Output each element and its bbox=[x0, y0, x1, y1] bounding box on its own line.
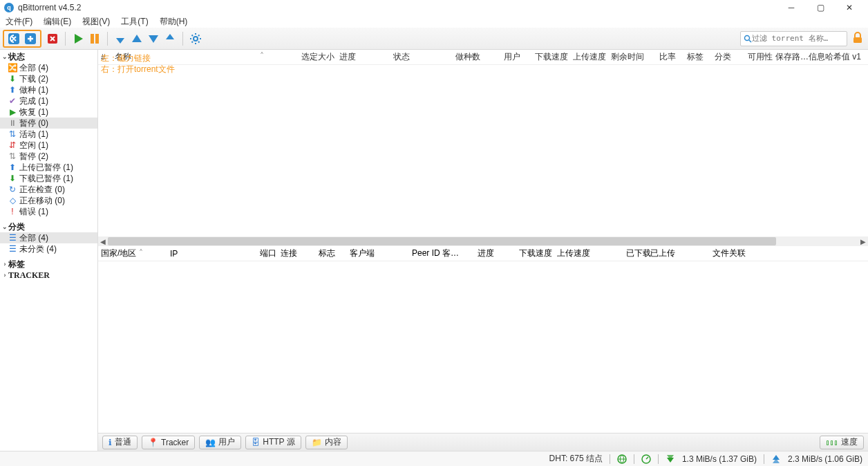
peer-list-area[interactable] bbox=[98, 261, 868, 433]
torrent-table-header[interactable]: #名称 ˄选定大小进度状态做种数用户下载速度上传速度剩余时间比率标签分类可用性保… bbox=[98, 50, 868, 65]
peer-column-header[interactable]: 已下载 bbox=[623, 248, 648, 259]
torrent-column-header[interactable]: 下载速度 bbox=[532, 51, 570, 63]
sidebar-category-item[interactable]: ☰未分类 (4) bbox=[0, 243, 97, 254]
torrent-column-header[interactable]: 用户 bbox=[501, 51, 532, 63]
torrent-column-header[interactable]: 分类 bbox=[712, 51, 745, 63]
peer-column-header[interactable]: 连接 bbox=[278, 248, 316, 259]
sidebar-status-item[interactable]: ⬆上传已暂停 (1) bbox=[0, 162, 97, 173]
sidebar-status-item[interactable]: ⬇下载已暂停 (1) bbox=[0, 173, 97, 184]
move-bottom-button[interactable] bbox=[162, 31, 178, 46]
move-top-button[interactable] bbox=[113, 31, 128, 46]
peer-column-header[interactable]: 端口 bbox=[257, 248, 278, 259]
resume-button[interactable] bbox=[70, 31, 86, 46]
add-magnet-link-button[interactable] bbox=[6, 31, 21, 46]
status-filter-icon: ⬆ bbox=[7, 162, 18, 172]
filter-searchbox[interactable] bbox=[740, 31, 847, 46]
torrent-hscrollbar[interactable]: ◀ ▶ bbox=[98, 236, 868, 246]
sidebar-status-item[interactable]: !错误 (1) bbox=[0, 206, 97, 217]
minimize-button[interactable]: ─ bbox=[777, 0, 806, 15]
upload-speed-text[interactable]: 2.3 MiB/s (1.06 GiB) bbox=[788, 454, 862, 464]
open-torrent-file-button[interactable] bbox=[23, 31, 38, 46]
sidebar-category-item[interactable]: ☰全部 (4) bbox=[0, 232, 97, 243]
detail-tab[interactable]: 📁内容 bbox=[305, 436, 348, 449]
sidebar-section-category[interactable]: ⌄分类 bbox=[0, 221, 97, 232]
torrent-column-header[interactable]: 进度 bbox=[337, 51, 390, 63]
menu-help[interactable]: 帮助(H) bbox=[157, 16, 191, 28]
sidebar-item-label: 未分类 (4) bbox=[19, 243, 57, 255]
download-speed-text[interactable]: 1.3 MiB/s (1.37 GiB) bbox=[682, 454, 757, 464]
torrent-column-header[interactable]: 状态 bbox=[390, 51, 453, 63]
torrent-column-header[interactable]: 上传速度 bbox=[570, 51, 608, 63]
tab-label: 普通 bbox=[115, 436, 131, 448]
menu-view[interactable]: 视图(V) bbox=[79, 16, 113, 28]
move-down-button[interactable] bbox=[146, 31, 161, 46]
close-button[interactable]: ✕ bbox=[835, 0, 864, 15]
menu-edit[interactable]: 编辑(E) bbox=[41, 16, 74, 28]
sidebar-status-item[interactable]: ▶恢复 (1) bbox=[0, 106, 97, 118]
peer-column-header[interactable]: 下载速度 bbox=[516, 248, 554, 259]
torrent-column-header[interactable]: 剩余时间 bbox=[608, 51, 657, 63]
speed-chart-icon: ⫾⫾⫾ bbox=[826, 438, 838, 447]
torrent-column-header[interactable]: 信息哈希值 v1 bbox=[806, 51, 861, 63]
torrent-column-header[interactable]: 选定大小 bbox=[299, 51, 337, 63]
peer-column-header[interactable]: 国家/地区 ˄ bbox=[98, 248, 167, 259]
peer-column-header[interactable]: 上传速度 bbox=[554, 248, 623, 259]
scroll-right-icon[interactable]: ▶ bbox=[858, 238, 868, 245]
menu-tools[interactable]: 工具(T) bbox=[118, 16, 151, 28]
detail-tab[interactable]: ℹ普通 bbox=[102, 436, 138, 449]
torrent-column-header[interactable]: 名称 ˄ bbox=[112, 51, 299, 63]
move-up-button[interactable] bbox=[129, 31, 144, 46]
sidebar-section-tracker[interactable]: ›TRACKER bbox=[0, 270, 97, 281]
settings-button[interactable] bbox=[188, 31, 203, 46]
sidebar-status-item[interactable]: ✔完成 (1) bbox=[0, 95, 97, 106]
peer-column-header[interactable]: 已上传 bbox=[648, 248, 710, 259]
detail-tab[interactable]: 📍Tracker bbox=[142, 436, 195, 449]
detail-tab[interactable]: 👥用户 bbox=[199, 436, 241, 449]
list-icon: ☰ bbox=[7, 233, 18, 243]
sidebar-item-label: 恢复 (1) bbox=[19, 106, 48, 118]
maximize-button[interactable]: ▢ bbox=[806, 0, 835, 15]
alt-speed-icon[interactable] bbox=[641, 454, 651, 464]
torrent-column-header[interactable]: 比率 bbox=[657, 51, 684, 63]
sidebar-status-item[interactable]: ⇅暂停 (2) bbox=[0, 151, 97, 162]
scroll-left-icon[interactable]: ◀ bbox=[98, 238, 108, 245]
titlebar: q qBittorrent v4.5.2 ─ ▢ ✕ bbox=[0, 0, 868, 15]
torrent-column-header[interactable]: 做种数 bbox=[453, 51, 501, 63]
torrent-column-header[interactable]: 标签 bbox=[684, 51, 712, 63]
peer-table-header[interactable]: 国家/地区 ˄IP端口连接标志客户端Peer ID 客…进度下载速度上传速度已下… bbox=[98, 246, 868, 261]
sidebar-status-item[interactable]: 🔀全部 (4) bbox=[0, 62, 97, 73]
sidebar-status-item[interactable]: ⬆做种 (1) bbox=[0, 84, 97, 95]
filter-input[interactable] bbox=[752, 34, 853, 43]
peer-column-header[interactable]: 客户端 bbox=[347, 248, 409, 259]
speed-tab[interactable]: ⫾⫾⫾ 速度 bbox=[820, 436, 864, 449]
peer-column-header[interactable]: 标志 bbox=[316, 248, 347, 259]
torrent-list-area[interactable] bbox=[98, 65, 868, 236]
detail-tab[interactable]: 🗄HTTP 源 bbox=[245, 436, 301, 449]
scroll-track[interactable] bbox=[108, 236, 858, 246]
status-filter-icon: ◇ bbox=[7, 196, 18, 205]
peer-column-header[interactable]: IP bbox=[167, 249, 257, 259]
peer-column-header[interactable]: 文件关联 bbox=[710, 248, 758, 259]
sidebar-section-tags[interactable]: ›标签 bbox=[0, 259, 97, 270]
scroll-thumb[interactable] bbox=[108, 237, 776, 245]
sidebar-status-item[interactable]: ⬇下载 (2) bbox=[0, 73, 97, 84]
sidebar-status-item[interactable]: ◇正在移动 (0) bbox=[0, 195, 97, 206]
delete-button[interactable] bbox=[45, 31, 60, 46]
sidebar-section-status[interactable]: ⌄状态 bbox=[0, 51, 97, 62]
status-filter-icon: 🔀 bbox=[7, 63, 18, 73]
sidebar-status-item[interactable]: ⇅活动 (1) bbox=[0, 129, 97, 140]
sidebar-status-item[interactable]: ⇵空闲 (1) bbox=[0, 140, 97, 151]
tab-icon: 🗄 bbox=[252, 438, 260, 447]
torrent-column-header[interactable]: 可用性 bbox=[745, 51, 773, 63]
peer-column-header[interactable]: 进度 bbox=[475, 248, 516, 259]
globe-connected-icon[interactable] bbox=[617, 454, 627, 464]
dht-status[interactable]: DHT: 675 结点 bbox=[549, 453, 603, 465]
sidebar-status-item[interactable]: ↻正在检查 (0) bbox=[0, 184, 97, 195]
torrent-column-header[interactable]: # bbox=[98, 53, 112, 62]
torrent-column-header[interactable]: 保存路… bbox=[773, 51, 806, 63]
lock-icon[interactable] bbox=[851, 32, 865, 46]
menu-file[interactable]: 文件(F) bbox=[3, 16, 35, 28]
peer-column-header[interactable]: Peer ID 客… bbox=[409, 248, 475, 259]
sidebar-status-item[interactable]: ⏸暂停 (0) bbox=[0, 118, 97, 129]
pause-button[interactable] bbox=[87, 31, 102, 46]
